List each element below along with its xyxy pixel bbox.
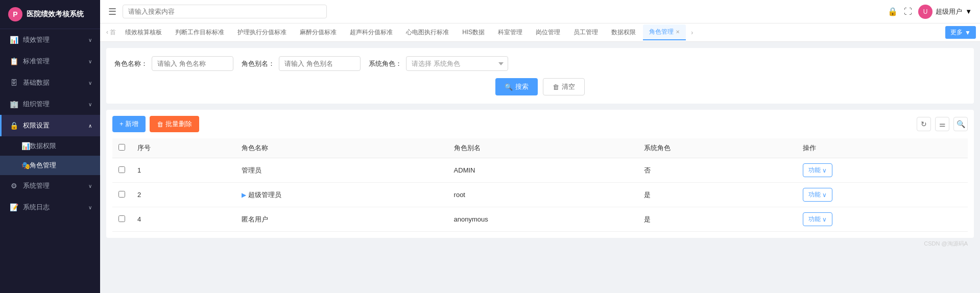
search-form-card: 角色名称： 角色别名： 系统角色： 请选择 系统角色 是 否 [106,48,974,104]
func-chevron-icon: ∨ [822,216,827,223]
fullscreen-icon[interactable]: ⛶ [904,7,912,16]
row3-alias: anonymous [448,207,638,232]
refresh-button[interactable]: ↻ [917,117,931,131]
table-header-row: 序号 角色名称 角色别名 系统角色 操作 [112,138,968,158]
sidebar-logo: P 医院绩效考核系统 [0,0,100,29]
tab-perf-calc[interactable]: 绩效核算核板 [119,25,168,40]
tab-staff-mgmt[interactable]: 员工管理 [567,25,604,40]
row1-checkbox[interactable] [118,166,125,173]
watermark: CSDN @淘源码A [106,238,974,250]
data-icon: 📊 [21,142,30,150]
sidebar-item-permission[interactable]: 🔒 权限设置 ∧ [0,115,100,136]
col-action: 操作 [797,138,968,158]
sidebar-sub-data-permission-label: 数据权限 [30,141,56,151]
user-chevron-icon: ▼ [965,8,972,15]
sidebar-item-standard[interactable]: 📋 标准管理 ∨ [0,51,100,72]
tab-nav-right[interactable]: › [689,29,695,36]
filter-icon: 🔍 [957,120,965,128]
clear-icon: 🗑 [553,83,559,91]
tabbar: ‹ 首 绩效核算核板 判断工作目标标准 护理执行分值标准 麻醉分值标准 超声科分… [100,23,980,42]
sidebar-item-sys-log[interactable]: 📝 系统日志 ∨ [0,197,100,218]
sidebar: P 医院绩效考核系统 📊 绩效管理 ∨ 📋 标准管理 ∨ 🗄 基础数据 ∨ [0,0,100,293]
search-icon: 🔍 [505,83,513,91]
table-card: + 新增 🗑 批量删除 ↻ ⚌ 🔍 [106,110,974,238]
row2-func-button[interactable]: 功能 ∨ [803,188,832,202]
sidebar-item-org[interactable]: 🏢 组织管理 ∨ [0,93,100,115]
sidebar-item-permission-label: 权限设置 [23,121,50,130]
tab-data-perm[interactable]: 数据权限 [605,25,642,40]
logo-icon: P [8,7,22,21]
topbar: ☰ 🔒 ⛶ U 超级用户 ▼ [100,0,980,23]
tab-role-mgmt[interactable]: 角色管理 ✕ [643,25,686,40]
row1-action: 功能 ∨ [797,158,968,183]
row2-name: ▶ 超级管理员 [235,183,447,207]
tab-close-icon[interactable]: ✕ [676,29,680,35]
sidebar-item-system-label: 系统管理 [23,181,50,190]
batch-delete-button[interactable]: 🗑 批量删除 [150,116,199,132]
delete-icon: 🗑 [157,120,163,128]
sys-role-select[interactable]: 请选择 系统角色 是 否 [406,56,508,71]
sidebar-menu: 📊 绩效管理 ∨ 📋 标准管理 ∨ 🗄 基础数据 ∨ 🏢 组织管理 [0,29,100,293]
row1-checkbox-cell [112,158,131,183]
sidebar-item-performance[interactable]: 📊 绩效管理 ∨ [0,29,100,51]
sidebar-sub-item-data-permission[interactable]: 📊 数据权限 [0,136,100,156]
row1-name: 管理员 [235,158,447,183]
standard-icon: 📋 [10,57,18,65]
tab-ultrasound[interactable]: 超声科分值标准 [344,25,399,40]
row1-func-button[interactable]: 功能 ∨ [803,163,832,177]
column-settings-button[interactable]: ⚌ [935,117,949,131]
row1-alias: ADMIN [448,158,638,183]
chevron-down-icon: ∨ [88,80,92,86]
role-alias-input[interactable] [279,56,361,71]
search-actions: 🔍 搜索 🗑 清空 [114,78,966,95]
tab-nav-left[interactable]: ‹ 首 [104,28,118,37]
tab-work-target[interactable]: 判断工作目标标准 [169,25,230,40]
tab-anesthesia[interactable]: 麻醉分值标准 [294,25,343,40]
add-button[interactable]: + 新增 [112,116,146,132]
tab-his-data[interactable]: HIS数据 [456,25,491,40]
tab-ecg-exec[interactable]: 心电图执行标准 [400,25,455,40]
chevron-down-icon: ∨ [88,205,92,210]
search-filter-button[interactable]: 🔍 [953,117,968,131]
expand-icon[interactable]: ▶ [242,191,246,199]
row2-action: 功能 ∨ [797,183,968,207]
role-name-input[interactable] [152,56,233,71]
tab-position-mgmt[interactable]: 岗位管理 [530,25,566,40]
permission-icon: 🔒 [10,121,18,130]
sidebar-item-system[interactable]: ⚙ 系统管理 ∨ [0,175,100,197]
sidebar-item-base-data[interactable]: 🗄 基础数据 ∨ [0,72,100,93]
row3-func-button[interactable]: 功能 ∨ [803,212,832,226]
org-icon: 🏢 [10,100,18,108]
sidebar-item-org-label: 组织管理 [23,100,50,109]
row2-alias: root [448,183,638,207]
sidebar-item-performance-label: 绩效管理 [23,35,50,44]
lock-icon[interactable]: 🔒 [888,7,898,16]
role-name-label: 角色名称： [114,59,148,68]
row3-checkbox-cell [112,207,131,232]
tab-dept-mgmt[interactable]: 科室管理 [492,25,529,40]
col-role-name: 角色名称 [235,138,447,158]
content-area: 角色名称： 角色别名： 系统角色： 请选择 系统角色 是 否 [100,42,980,293]
refresh-icon: ↻ [921,120,927,128]
select-all-cell [112,138,131,158]
search-button[interactable]: 🔍 搜索 [495,78,538,95]
user-info[interactable]: U 超级用户 ▼ [918,5,972,19]
sidebar-sub-item-role-management[interactable]: 🎭 角色管理 [0,156,100,175]
row3-name: 匿名用户 [235,207,447,232]
search-input[interactable] [123,5,327,18]
log-icon: 📝 [10,203,18,211]
row3-checkbox[interactable] [118,215,125,222]
select-all-checkbox[interactable] [118,144,125,151]
row2-checkbox-cell [112,183,131,207]
row3-seq: 4 [131,207,235,232]
table-toolbar: + 新增 🗑 批量删除 ↻ ⚌ 🔍 [112,116,968,132]
row2-checkbox[interactable] [118,191,125,198]
more-tabs-button[interactable]: 更多 ▼ [945,26,976,39]
chevron-down-icon: ∨ [88,37,92,43]
menu-toggle-button[interactable]: ☰ [108,6,116,17]
base-data-icon: 🗄 [10,79,18,87]
table-toolbar-right: ↻ ⚌ 🔍 [917,117,968,131]
table-row: 4 匿名用户 anonymous 是 功能 ∨ [112,207,968,232]
clear-button[interactable]: 🗑 清空 [543,78,585,95]
tab-nursing-exec[interactable]: 护理执行分值标准 [231,25,293,40]
